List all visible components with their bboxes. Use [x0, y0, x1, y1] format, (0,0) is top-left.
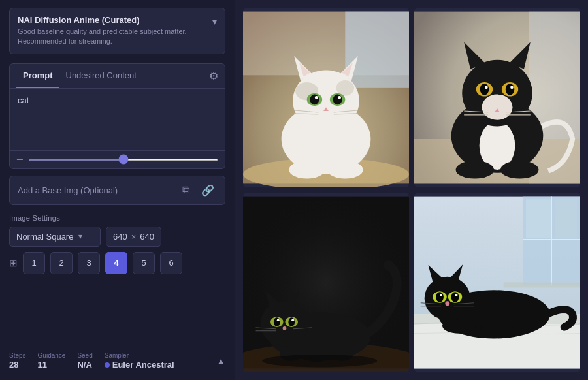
svg-point-87 — [455, 294, 458, 296]
svg-point-14 — [310, 95, 319, 105]
svg-point-59 — [277, 319, 280, 321]
image-cell-2[interactable] — [414, 8, 580, 187]
steps-value: 28 — [9, 360, 26, 370]
svg-point-84 — [436, 292, 444, 302]
sampler-name: Euler Ancestral — [112, 360, 174, 370]
model-description: Good baseline quality and predictable su… — [18, 27, 188, 47]
height-value: 640 — [140, 232, 154, 242]
svg-point-5 — [293, 70, 359, 131]
sampler-value-display: Euler Ancestral — [105, 360, 174, 370]
guidance-value: 11 — [38, 360, 66, 370]
svg-rect-71 — [526, 200, 551, 238]
steps-row: ⊞ 1 2 3 4 5 6 — [9, 252, 225, 274]
settings-gear-icon[interactable]: ⚙ — [209, 70, 218, 82]
model-chevron-icon: ▾ — [212, 16, 217, 27]
tab-undesired[interactable]: Undesired Content — [59, 64, 143, 88]
svg-point-58 — [288, 317, 295, 326]
svg-point-51 — [384, 260, 394, 270]
seed-value: N/A — [77, 360, 92, 370]
size-settings-row: Normal Square ▾ 640 × 640 — [9, 227, 225, 247]
svg-point-88 — [445, 301, 449, 306]
svg-point-61 — [283, 326, 287, 330]
svg-rect-75 — [504, 283, 580, 288]
guidance-stat: Guidance 11 — [38, 352, 66, 370]
base-image-row: Add a Base Img (Optional) ⧉ 🔗 — [9, 176, 225, 205]
sampler-stat: Sampler Euler Ancestral — [105, 352, 174, 370]
svg-point-93 — [442, 318, 476, 333]
step-count-5[interactable]: 5 — [133, 252, 155, 274]
copy-image-icon[interactable]: ⧉ — [180, 183, 192, 197]
image-settings-label: Image Settings — [9, 214, 225, 222]
prompt-minus-icon[interactable]: − — [16, 153, 24, 166]
image-cell-4[interactable] — [414, 193, 580, 372]
left-panel: NAI Diffusion Anime (Curated) Good basel… — [0, 0, 235, 380]
svg-rect-72 — [555, 200, 577, 238]
width-value: 640 — [113, 232, 127, 242]
svg-point-79 — [425, 277, 470, 320]
step-count-3[interactable]: 3 — [78, 252, 100, 274]
svg-point-94 — [481, 321, 514, 336]
tab-prompt[interactable]: Prompt — [16, 64, 59, 88]
sampler-dot-icon — [105, 362, 110, 368]
step-count-6[interactable]: 6 — [160, 252, 182, 274]
image-grid — [235, 0, 588, 380]
prompt-weight-slider[interactable] — [29, 159, 218, 161]
svg-point-39 — [510, 86, 514, 89]
seed-label: Seed — [77, 352, 92, 359]
svg-point-37 — [506, 84, 515, 95]
prompt-bottom-bar: − — [10, 150, 225, 168]
svg-point-68 — [262, 355, 377, 368]
sampler-label: Sampler — [105, 352, 174, 359]
base-image-label: Add a Base Img (Optional) — [18, 185, 173, 195]
prompt-tabs: Prompt Undesired Content ⚙ — [10, 64, 225, 89]
svg-point-85 — [451, 292, 459, 302]
size-preset-value: Normal Square — [16, 232, 73, 242]
model-name: NAI Diffusion Anime (Curated) — [18, 15, 188, 25]
svg-point-86 — [440, 294, 442, 296]
link-image-icon[interactable]: 🔗 — [199, 183, 217, 198]
guidance-label: Guidance — [38, 352, 66, 359]
model-selector[interactable]: NAI Diffusion Anime (Curated) Good basel… — [9, 8, 225, 54]
image-count-icon: ⊞ — [9, 257, 18, 269]
step-count-4[interactable]: 4 — [105, 252, 127, 274]
svg-rect-2 — [345, 12, 409, 88]
seed-stat: Seed N/A — [77, 352, 92, 370]
svg-point-57 — [274, 317, 280, 326]
svg-point-36 — [480, 84, 489, 95]
svg-point-17 — [338, 96, 341, 99]
prompt-input[interactable]: cat — [10, 89, 225, 148]
size-preset-dropdown[interactable]: Normal Square ▾ — [9, 227, 101, 247]
image-settings-section: Image Settings Normal Square ▾ 640 × 640… — [9, 214, 225, 281]
svg-point-24 — [327, 161, 363, 178]
dimension-display: 640 × 640 — [106, 227, 161, 247]
svg-point-46 — [500, 161, 539, 178]
image-cell-1[interactable] — [243, 8, 409, 187]
expand-stats-icon[interactable]: ▲ — [216, 356, 225, 366]
step-count-1[interactable]: 1 — [23, 252, 45, 274]
dropdown-chevron-icon: ▾ — [78, 232, 82, 241]
steps-stat: Steps 28 — [9, 352, 26, 370]
stats-row: Steps 28 Guidance 11 Seed N/A Sampler Eu… — [9, 345, 225, 372]
svg-point-33 — [482, 95, 513, 120]
image-cell-3[interactable] — [243, 193, 409, 372]
step-count-2[interactable]: 2 — [50, 252, 73, 274]
svg-point-52 — [260, 302, 308, 346]
svg-point-60 — [291, 319, 294, 321]
svg-point-45 — [456, 161, 495, 178]
svg-point-23 — [289, 161, 325, 178]
dimension-x-separator: × — [131, 232, 137, 242]
svg-point-38 — [485, 86, 488, 89]
svg-point-15 — [333, 95, 342, 105]
prompt-box: Prompt Undesired Content ⚙ cat − — [9, 63, 225, 169]
steps-label: Steps — [9, 352, 26, 359]
svg-point-16 — [315, 96, 318, 99]
